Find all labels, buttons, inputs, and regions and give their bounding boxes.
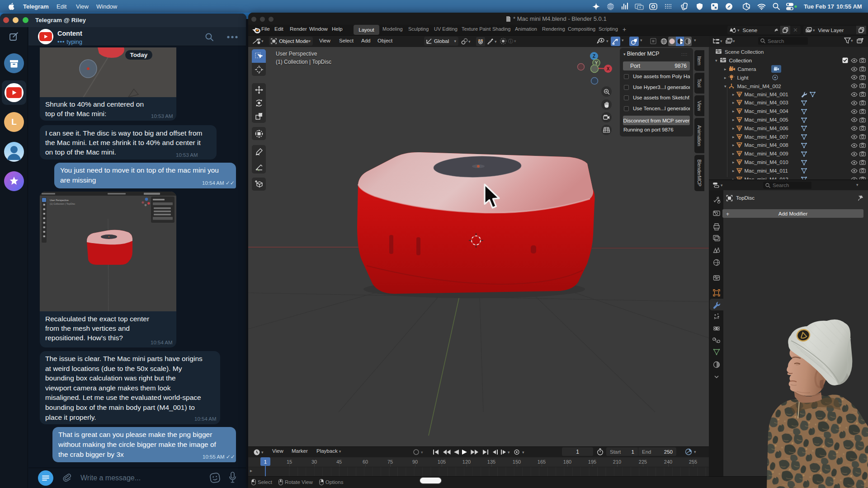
svg-text:Z: Z	[593, 54, 595, 59]
svg-text:X: X	[607, 66, 610, 71]
svg-text:▾: ▾	[508, 450, 510, 455]
svg-text:▾: ▾	[522, 450, 524, 455]
svg-text:User Perspective: User Perspective	[50, 199, 69, 202]
svg-text:(1) Collection | TopDisc: (1) Collection | TopDisc	[50, 202, 75, 205]
